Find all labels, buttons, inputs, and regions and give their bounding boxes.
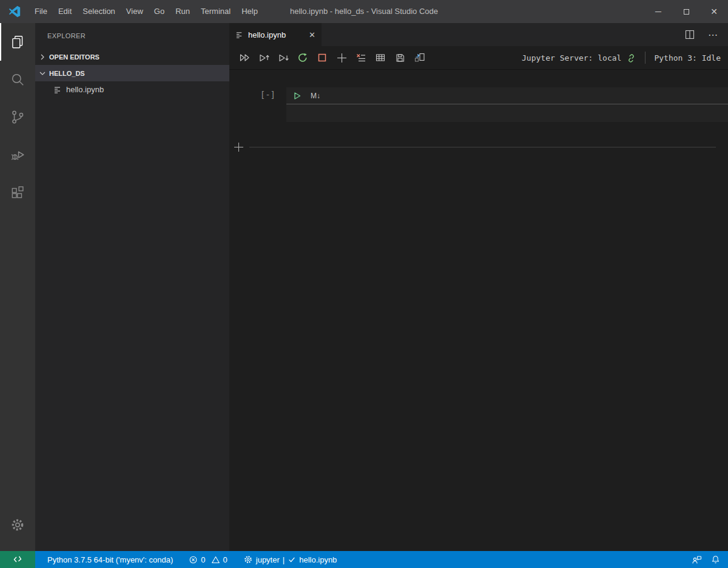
menu-item-go[interactable]: Go <box>149 0 170 23</box>
kernel-status[interactable]: Python 3: Idle <box>654 53 721 63</box>
notebook-file-icon <box>235 31 243 39</box>
sidebar-item-explorer[interactable] <box>0 23 35 61</box>
gear-icon <box>243 555 253 564</box>
editor-area: hello.ipynb ✕ ⋯ <box>229 23 728 551</box>
notebook-toolbar: Jupyter Server: local Python 3: Idle <box>229 46 728 70</box>
menu-item-view[interactable]: View <box>121 0 149 23</box>
folder-label: HELLO_DS <box>49 70 85 77</box>
sidebar-title: EXPLORER <box>35 23 229 49</box>
interrupt-kernel-icon[interactable] <box>314 50 330 66</box>
problems-status[interactable]: 0 0 <box>189 555 227 564</box>
sidebar-item-extensions[interactable] <box>0 174 35 211</box>
menu-item-selection[interactable]: Selection <box>77 0 120 23</box>
git-branch-icon <box>10 109 25 125</box>
connected-icon <box>626 53 636 63</box>
error-count: 0 <box>201 555 205 564</box>
notebook-file-icon <box>53 86 62 94</box>
export-as-icon[interactable] <box>411 50 427 66</box>
main-area: EXPLORER OPEN EDITORS HELLO_DS <box>0 23 728 551</box>
warning-count: 0 <box>223 555 228 564</box>
explorer-sidebar: EXPLORER OPEN EDITORS HELLO_DS <box>35 23 229 551</box>
extensions-icon <box>10 184 25 200</box>
sidebar-item-run-and-debug[interactable] <box>0 136 35 174</box>
notebook-cell: [-] M↓ <box>229 87 728 122</box>
tab-bar: hello.ipynb ✕ ⋯ <box>229 23 728 46</box>
gear-icon <box>9 516 26 533</box>
run-cells-above-icon[interactable] <box>256 50 272 66</box>
open-editors-section[interactable]: OPEN EDITORS <box>35 49 229 65</box>
search-icon <box>10 72 25 87</box>
menu-item-run[interactable]: Run <box>170 0 195 23</box>
error-icon <box>189 555 198 564</box>
add-cell-icon[interactable] <box>334 50 349 66</box>
notebook-toolbar-buttons <box>237 50 427 66</box>
remote-icon <box>13 555 22 564</box>
chevron-down-icon <box>38 69 47 78</box>
tab-hello-ipynb[interactable]: hello.ipynb ✕ <box>229 23 322 46</box>
pipe-separator: | <box>283 555 285 564</box>
save-icon[interactable] <box>392 50 408 66</box>
window-controls: ─ ✕ <box>644 0 728 23</box>
jupyter-server-status[interactable]: Jupyter Server: local <box>522 53 621 63</box>
clear-all-output-icon[interactable] <box>353 50 369 66</box>
cell-execution-count: [-] <box>229 87 286 122</box>
minimize-button[interactable]: ─ <box>644 0 672 23</box>
jupyter-label: jupyter <box>256 555 280 564</box>
debug-icon <box>10 147 25 163</box>
python-interpreter-label: Python 3.7.5 64-bit ('myenv': conda) <box>47 555 173 564</box>
cell-toolbar: M↓ <box>286 87 728 104</box>
sidebar-item-source-control[interactable] <box>0 98 35 136</box>
cell-container[interactable]: M↓ <box>286 87 728 122</box>
python-interpreter-status[interactable]: Python 3.7.5 64-bit ('myenv': conda) <box>47 555 173 564</box>
open-editors-label: OPEN EDITORS <box>49 53 99 61</box>
markdown-toggle-icon[interactable]: M↓ <box>311 92 320 100</box>
menu-item-file[interactable]: File <box>29 0 53 23</box>
divider-line <box>249 147 716 147</box>
variable-explorer-icon[interactable] <box>372 50 388 66</box>
split-editor-icon[interactable] <box>685 30 695 39</box>
cell-code-input[interactable] <box>286 104 728 122</box>
sidebar-item-search[interactable] <box>0 61 35 98</box>
file-item-label: hello.ipynb <box>66 85 104 94</box>
close-button[interactable]: ✕ <box>700 0 728 23</box>
menu-bar: File Edit Selection View Go Run Terminal… <box>29 0 263 23</box>
more-actions-icon[interactable]: ⋯ <box>708 29 718 41</box>
menu-item-help[interactable]: Help <box>236 0 263 23</box>
run-cell-and-below-icon[interactable] <box>275 50 291 66</box>
file-item-hello-ipynb[interactable]: hello.ipynb <box>35 81 229 98</box>
vscode-window: File Edit Selection View Go Run Terminal… <box>0 0 728 568</box>
editor-actions: ⋯ <box>685 23 728 46</box>
notebook-editor: [-] M↓ <box>229 70 728 551</box>
menu-item-edit[interactable]: Edit <box>53 0 77 23</box>
plus-icon <box>234 142 244 152</box>
warning-icon <box>211 555 220 564</box>
toolbar-divider <box>645 52 645 64</box>
close-tab-icon[interactable]: ✕ <box>309 30 315 39</box>
menu-item-terminal[interactable]: Terminal <box>195 0 236 23</box>
restart-kernel-icon[interactable] <box>295 50 311 66</box>
tab-label: hello.ipynb <box>248 30 286 39</box>
run-cell-icon[interactable] <box>292 91 302 101</box>
add-cell-divider[interactable] <box>229 142 728 152</box>
jupyter-status[interactable]: jupyter | hello.ipynb <box>243 555 337 564</box>
notifications-bell-icon[interactable] <box>711 555 720 564</box>
activity-bar <box>0 23 35 551</box>
folder-section-hello-ds[interactable]: HELLO_DS <box>35 65 229 81</box>
title-bar: File Edit Selection View Go Run Terminal… <box>0 0 728 23</box>
feedback-icon[interactable] <box>692 555 702 564</box>
maximize-button[interactable] <box>672 0 700 23</box>
notebook-file-status: hello.ipynb <box>299 555 337 564</box>
run-all-cells-icon[interactable] <box>237 50 252 66</box>
status-bar-right <box>692 555 728 564</box>
remote-indicator[interactable] <box>0 551 35 568</box>
files-icon <box>10 34 25 50</box>
maximize-icon <box>684 9 689 15</box>
manage-button[interactable] <box>0 506 35 544</box>
check-icon <box>288 555 296 564</box>
status-bar: Python 3.7.5 64-bit ('myenv': conda) 0 0 <box>0 551 728 568</box>
notebook-toolbar-status: Jupyter Server: local Python 3: Idle <box>522 52 721 64</box>
chevron-right-icon <box>38 52 47 62</box>
